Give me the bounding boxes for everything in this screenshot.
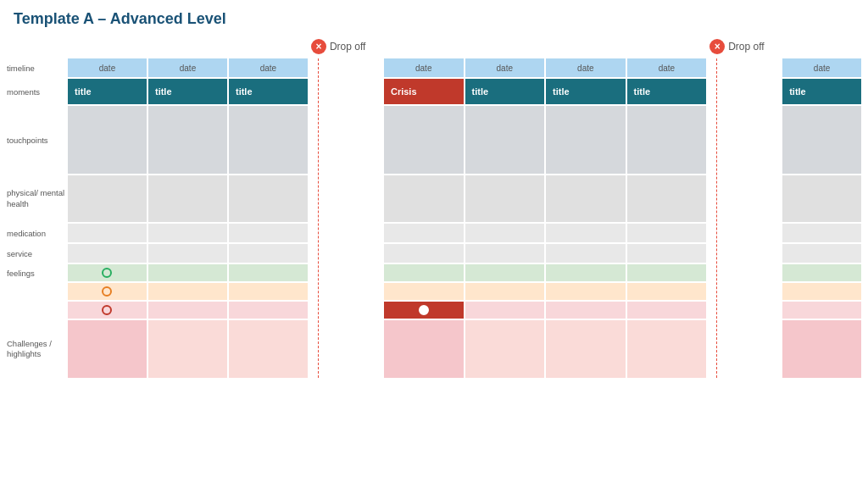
svc-b3 [546, 244, 626, 263]
feel-g-b1 [384, 264, 464, 281]
col-a3: date title [229, 58, 308, 378]
phys-c1 [782, 175, 861, 222]
date-a1: date [68, 58, 147, 77]
phys-b4 [627, 175, 707, 222]
feel-r-a3 [229, 302, 308, 319]
chal-b3 [546, 320, 626, 378]
feel-g-a1 [68, 264, 147, 281]
dropoff-2-line [716, 58, 717, 378]
svc-a1 [68, 244, 147, 263]
dropoff-2-header: × Drop off [706, 35, 782, 58]
touch-a3 [229, 106, 308, 174]
feel-o-b2 [465, 283, 545, 300]
feel-r-b2 [465, 302, 545, 319]
label-timeline: timeline [7, 58, 68, 77]
col-a2: date title [148, 58, 227, 378]
date-b1: date [384, 58, 464, 77]
touch-c1 [782, 106, 861, 174]
med-a3 [229, 224, 308, 242]
feel-r-a1 [68, 302, 147, 319]
date-b4: date [627, 58, 707, 77]
grid-sections: date title [68, 35, 861, 378]
section-c-cols: date title [782, 58, 861, 378]
dropoff-1-icon: × [311, 39, 326, 54]
med-b2 [465, 224, 545, 242]
label-challenges: Challenges / highlights [7, 320, 68, 378]
chal-b4 [627, 320, 707, 378]
feel-r-b3 [546, 302, 626, 319]
chal-a2 [148, 320, 227, 378]
touch-b4 [627, 106, 707, 174]
feel-g-a3 [229, 264, 308, 281]
date-a3: date [229, 58, 308, 77]
med-c1 [782, 224, 861, 242]
title-b3: title [546, 79, 626, 104]
col-b3: date title [546, 58, 626, 378]
label-touchpoints: touchpoints [7, 106, 68, 174]
title-a2: title [148, 79, 227, 104]
col-b4: date title [627, 58, 707, 378]
label-service: service [7, 244, 68, 263]
chal-b2 [465, 320, 545, 378]
label-physical: physical/ mental health [7, 175, 68, 222]
phys-b3 [546, 175, 626, 222]
feel-o-a1 [68, 283, 147, 300]
feel-o-a2 [148, 283, 227, 300]
svc-c1 [782, 244, 861, 263]
title-b2: title [465, 79, 545, 104]
feel-r-b1 [384, 302, 464, 319]
label-feelings-3 [7, 302, 68, 319]
dropoff-1-header: × Drop off [308, 35, 384, 58]
svc-b1 [384, 244, 464, 263]
touch-b3 [546, 106, 626, 174]
page-title: Template A – Advanced Level [0, 0, 868, 35]
chal-c1 [782, 320, 861, 378]
section-b-cols: date Crisis date title [384, 58, 706, 378]
med-a2 [148, 224, 227, 242]
svc-a2 [148, 244, 227, 263]
section-b: date Crisis date title [384, 35, 706, 378]
feel-r-b4 [627, 302, 707, 319]
phys-a2 [148, 175, 227, 222]
feel-o-b3 [546, 283, 626, 300]
touch-a1 [68, 106, 147, 174]
chal-a3 [229, 320, 308, 378]
dropoff-2-label: Drop off [728, 41, 764, 53]
touch-b2 [465, 106, 545, 174]
section-a-cols: date title [68, 58, 308, 378]
svc-a3 [229, 244, 308, 263]
dropoff-2-icon: × [709, 39, 725, 54]
svc-b4 [627, 244, 707, 263]
feel-o-b4 [627, 283, 707, 300]
dropoff-1-label: Drop off [330, 41, 365, 53]
title-a1: title [68, 79, 147, 104]
med-b3 [546, 224, 626, 242]
section-c: date title [782, 35, 861, 378]
circle-orange-a1 [102, 286, 112, 297]
dropoff-2: × Drop off [706, 35, 782, 378]
label-feelings-1: feelings [7, 264, 68, 281]
feel-g-c1 [782, 264, 861, 281]
col-a1: date title [68, 58, 147, 378]
feel-o-a3 [229, 283, 308, 300]
feel-o-c1 [782, 283, 861, 300]
feel-r-c1 [782, 302, 861, 319]
phys-b2 [465, 175, 545, 222]
label-medication: medication [7, 224, 68, 242]
med-a1 [68, 224, 147, 242]
circle-red-a1 [102, 305, 112, 315]
phys-b1 [384, 175, 464, 222]
col-c1: date title [782, 58, 861, 378]
svc-b2 [465, 244, 545, 263]
title-b1: Crisis [384, 79, 464, 104]
label-feelings-2 [7, 283, 68, 300]
col-b2: date title [465, 58, 545, 378]
feel-g-b3 [546, 264, 626, 281]
touch-a2 [148, 106, 227, 174]
med-b1 [384, 224, 464, 242]
col-b1: date Crisis [384, 58, 464, 378]
feel-g-b4 [627, 264, 707, 281]
feel-g-a2 [148, 264, 227, 281]
feel-o-b1 [384, 283, 464, 300]
title-a3: title [229, 79, 308, 104]
